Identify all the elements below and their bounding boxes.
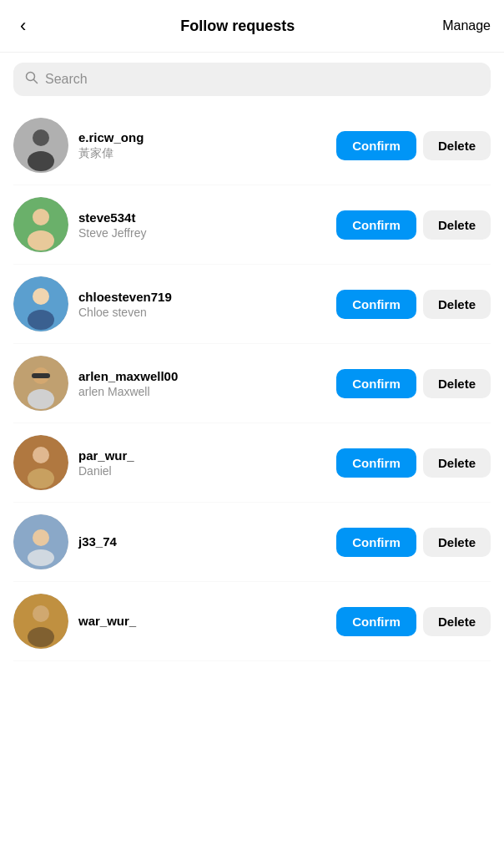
user-username: war_wur_ <box>78 614 326 628</box>
svg-point-4 <box>28 151 54 171</box>
avatar <box>13 118 68 173</box>
svg-point-3 <box>33 129 49 146</box>
action-buttons: ConfirmDelete <box>336 369 491 398</box>
user-fullname: 黃家偉 <box>78 146 326 161</box>
confirm-button[interactable]: Confirm <box>336 607 416 636</box>
confirm-button[interactable]: Confirm <box>336 369 416 398</box>
svg-point-10 <box>28 310 54 330</box>
action-buttons: ConfirmDelete <box>336 210 491 240</box>
search-placeholder: Search <box>45 72 88 87</box>
user-info: arlen_maxwell00arlen Maxwell <box>78 369 326 398</box>
action-buttons: ConfirmDelete <box>336 290 491 319</box>
svg-line-1 <box>34 80 38 83</box>
user-fullname: arlen Maxwell <box>78 385 326 398</box>
header: ‹ Follow requests Manage <box>0 0 504 53</box>
list-item: war_wur_ConfirmDelete <box>13 582 491 661</box>
user-info: chloesteven719Chloe steven <box>78 290 326 319</box>
avatar <box>13 197 68 252</box>
confirm-button[interactable]: Confirm <box>336 448 416 478</box>
svg-point-14 <box>28 389 54 409</box>
list-item: steve534tSteve JeffreyConfirmDelete <box>13 185 491 265</box>
delete-button[interactable]: Delete <box>423 290 491 319</box>
user-list: e.ricw_ong黃家偉ConfirmDelete steve534tStev… <box>0 106 504 661</box>
delete-button[interactable]: Delete <box>423 607 491 636</box>
user-info: par_wur_Daniel <box>78 448 326 478</box>
svg-point-22 <box>33 605 49 622</box>
user-fullname: Steve Jeffrey <box>78 226 326 240</box>
svg-point-20 <box>28 549 54 566</box>
user-username: j33_74 <box>78 534 326 549</box>
confirm-button[interactable]: Confirm <box>336 131 416 160</box>
delete-button[interactable]: Delete <box>423 528 491 557</box>
svg-point-19 <box>33 529 49 546</box>
user-info: e.ricw_ong黃家偉 <box>78 130 326 161</box>
page-title: Follow requests <box>180 18 295 35</box>
user-info: war_wur_ <box>78 614 326 630</box>
action-buttons: ConfirmDelete <box>336 131 491 160</box>
svg-point-16 <box>33 447 49 463</box>
user-username: par_wur_ <box>78 448 326 463</box>
list-item: j33_74ConfirmDelete <box>13 503 491 582</box>
svg-point-9 <box>33 288 49 305</box>
list-item: arlen_maxwell00arlen MaxwellConfirmDelet… <box>13 344 491 423</box>
user-username: chloesteven719 <box>78 290 326 304</box>
user-fullname: Chloe steven <box>78 306 326 319</box>
avatar <box>13 514 68 569</box>
manage-button[interactable]: Manage <box>442 18 491 33</box>
list-item: e.ricw_ong黃家偉ConfirmDelete <box>13 106 491 185</box>
search-container: Search <box>0 53 504 106</box>
user-username: e.ricw_ong <box>78 130 326 144</box>
action-buttons: ConfirmDelete <box>336 448 491 478</box>
search-icon <box>25 71 38 88</box>
avatar <box>13 356 68 411</box>
list-item: chloesteven719Chloe stevenConfirmDelete <box>13 265 491 344</box>
list-item: par_wur_DanielConfirmDelete <box>13 423 491 503</box>
delete-button[interactable]: Delete <box>423 210 491 240</box>
avatar <box>13 276 68 331</box>
svg-point-17 <box>28 468 54 488</box>
confirm-button[interactable]: Confirm <box>336 290 416 319</box>
user-username: arlen_maxwell00 <box>78 369 326 383</box>
user-info: steve534tSteve Jeffrey <box>78 210 326 240</box>
avatar <box>13 435 68 490</box>
svg-point-7 <box>28 230 54 250</box>
user-info: j33_74 <box>78 534 326 550</box>
action-buttons: ConfirmDelete <box>336 528 491 557</box>
confirm-button[interactable]: Confirm <box>336 210 416 240</box>
delete-button[interactable]: Delete <box>423 369 491 398</box>
svg-point-23 <box>28 627 54 647</box>
user-fullname: Daniel <box>78 464 326 478</box>
search-bar[interactable]: Search <box>13 63 491 96</box>
delete-button[interactable]: Delete <box>423 448 491 478</box>
delete-button[interactable]: Delete <box>423 131 491 160</box>
svg-rect-13 <box>32 373 50 378</box>
action-buttons: ConfirmDelete <box>336 607 491 636</box>
svg-point-6 <box>33 209 49 225</box>
confirm-button[interactable]: Confirm <box>336 528 416 557</box>
user-username: steve534t <box>78 210 326 225</box>
avatar <box>13 594 68 649</box>
back-button[interactable]: ‹ <box>13 12 33 40</box>
